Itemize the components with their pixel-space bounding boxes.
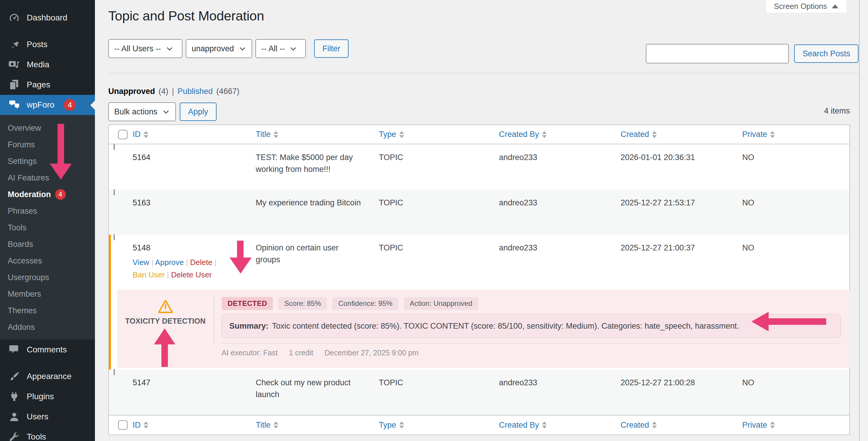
submenu-item-forums[interactable]: Forums bbox=[0, 136, 95, 153]
chevron-down-icon bbox=[240, 45, 245, 50]
column-header-created[interactable]: Created bbox=[616, 415, 738, 435]
column-header-id[interactable]: ID bbox=[128, 125, 251, 144]
sort-icon bbox=[770, 421, 775, 429]
sidebar-item-wpforo[interactable]: wpForo 4 bbox=[0, 95, 95, 115]
submenu-item-addons[interactable]: Addons bbox=[0, 319, 95, 336]
row-checkbox[interactable] bbox=[114, 369, 115, 375]
submenu-item-accesses[interactable]: Accesses bbox=[0, 252, 95, 269]
status-filter-select[interactable]: unapproved bbox=[186, 39, 252, 58]
toxicity-summary: Summary: Toxic content detected (score: … bbox=[222, 314, 841, 338]
column-label: Title bbox=[256, 130, 271, 139]
sidebar-item-plugins[interactable]: Plugins bbox=[0, 386, 95, 407]
submenu-item-settings[interactable]: Settings bbox=[0, 153, 95, 170]
plug-icon bbox=[8, 391, 20, 403]
sidebar-item-appearance[interactable]: Appearance bbox=[0, 366, 95, 386]
column-label: Created bbox=[621, 130, 649, 139]
column-header-title[interactable]: Title bbox=[251, 125, 374, 144]
post-id: 5147 bbox=[133, 378, 150, 387]
bulk-actions-select[interactable]: Bulk actions bbox=[108, 102, 176, 121]
approve-link[interactable]: Approve bbox=[155, 258, 184, 267]
column-header-type[interactable]: Type bbox=[374, 125, 495, 144]
delete-link[interactable]: Delete bbox=[190, 258, 212, 267]
row-checkbox[interactable] bbox=[114, 144, 115, 150]
sort-icon bbox=[542, 421, 547, 429]
summary-text: Toxic content detected (score: 85%). TOX… bbox=[272, 321, 739, 331]
column-label: Created bbox=[621, 420, 649, 430]
sidebar-item-posts[interactable]: Posts bbox=[0, 34, 95, 55]
row-checkbox[interactable] bbox=[114, 234, 115, 240]
select-all-checkbox[interactable] bbox=[118, 420, 128, 430]
user-filter-select[interactable]: -- All Users -- bbox=[108, 39, 182, 58]
title-line: Opinion on certain user bbox=[256, 242, 374, 254]
submenu-item-usergroups[interactable]: Usergroups bbox=[0, 269, 95, 286]
ai-executor: AI executor: Fast bbox=[222, 348, 278, 357]
column-header-created[interactable]: Created bbox=[616, 125, 738, 144]
submenu-label: Forums bbox=[8, 140, 35, 149]
row-checkbox[interactable] bbox=[114, 189, 115, 195]
items-count: 4 items bbox=[824, 106, 850, 115]
admin-sidebar: Dashboard Posts Media Pages wpForo 4 Ove… bbox=[0, 0, 95, 441]
triangle-up-icon bbox=[832, 4, 838, 8]
column-label: Private bbox=[742, 130, 767, 139]
table-header-row: ID Title Type Created By Created Private bbox=[109, 125, 849, 144]
bulk-actions-value: Bulk actions bbox=[114, 107, 157, 116]
bulk-actions-row: Bulk actions Apply bbox=[108, 102, 850, 121]
screen-options-button[interactable]: Screen Options bbox=[765, 0, 847, 13]
window-scrollbar[interactable] bbox=[859, 0, 868, 441]
column-header-created-by[interactable]: Created By bbox=[495, 415, 616, 435]
sidebar-item-tools[interactable]: Tools bbox=[0, 427, 95, 441]
apply-button[interactable]: Apply bbox=[180, 103, 217, 121]
status-filter-value: unapproved bbox=[192, 44, 234, 53]
submenu-item-members[interactable]: Members bbox=[0, 286, 95, 302]
post-created: 2025-12-27 21:53:17 bbox=[616, 190, 738, 235]
column-header-title[interactable]: Title bbox=[251, 415, 374, 435]
view-published[interactable]: Published bbox=[178, 87, 213, 96]
submenu-item-overview[interactable]: Overview bbox=[0, 120, 95, 136]
toxicity-badge-row: DETECTED Score: 85% Confidence: 95% Acti… bbox=[222, 297, 841, 310]
type-filter-select[interactable]: -- All -- bbox=[255, 39, 306, 58]
column-header-private[interactable]: Private bbox=[738, 125, 850, 144]
submenu-label: Moderation bbox=[8, 190, 51, 199]
submenu-item-boards[interactable]: Boards bbox=[0, 236, 95, 252]
search-posts-button[interactable]: Search Posts bbox=[794, 44, 859, 63]
submenu-label: Addons bbox=[8, 323, 35, 332]
post-title: Check out my new product launch bbox=[251, 370, 374, 415]
sidebar-item-dashboard[interactable]: Dashboard bbox=[0, 8, 95, 28]
submenu-item-ai-features[interactable]: AI Features bbox=[0, 170, 95, 186]
submenu-item-themes[interactable]: Themes bbox=[0, 302, 95, 319]
view-unapproved[interactable]: Unapproved bbox=[108, 87, 155, 96]
column-header-id[interactable]: ID bbox=[128, 415, 251, 435]
status-views: Unapproved (4) | Published (4667) bbox=[108, 87, 239, 96]
column-header-created-by[interactable]: Created By bbox=[495, 125, 616, 144]
chevron-down-icon bbox=[163, 108, 168, 113]
ban-user-link[interactable]: Ban User bbox=[133, 270, 165, 279]
submenu-item-moderation[interactable]: Moderation 4 bbox=[0, 186, 95, 203]
table-row: 5147 Check out my new product launch TOP… bbox=[109, 370, 849, 415]
sidebar-item-users[interactable]: Users bbox=[0, 407, 95, 427]
section-divider bbox=[108, 73, 859, 73]
submenu-item-tools[interactable]: Tools bbox=[0, 219, 95, 236]
filter-button[interactable]: Filter bbox=[314, 39, 348, 58]
sidebar-item-media[interactable]: Media bbox=[0, 55, 95, 75]
screen-options-label: Screen Options bbox=[774, 2, 827, 11]
sidebar-item-comments[interactable]: Comments bbox=[0, 340, 95, 360]
sort-icon bbox=[144, 131, 148, 138]
sidebar-item-pages[interactable]: Pages bbox=[0, 75, 95, 95]
meta-divider bbox=[222, 343, 841, 344]
column-header-private[interactable]: Private bbox=[738, 415, 850, 435]
sidebar-item-label: Plugins bbox=[27, 392, 54, 401]
sort-icon bbox=[652, 131, 657, 138]
view-link[interactable]: View bbox=[133, 258, 149, 267]
toxicity-panel-body: DETECTED Score: 85% Confidence: 95% Acti… bbox=[222, 297, 841, 357]
sidebar-item-label: Media bbox=[27, 60, 49, 69]
sort-icon bbox=[399, 131, 404, 138]
submenu-item-phrases[interactable]: Phrases bbox=[0, 203, 95, 219]
delete-user-link[interactable]: Delete User bbox=[171, 270, 212, 279]
search-input[interactable] bbox=[646, 44, 789, 63]
detected-badge: DETECTED bbox=[222, 297, 273, 310]
sidebar-item-label: Users bbox=[27, 412, 49, 421]
table-row: 5163 My experience trading Bitcoin TOPIC… bbox=[109, 190, 849, 235]
column-header-type[interactable]: Type bbox=[374, 415, 495, 435]
select-all-checkbox[interactable] bbox=[118, 130, 128, 139]
select-all-cell bbox=[109, 125, 128, 144]
